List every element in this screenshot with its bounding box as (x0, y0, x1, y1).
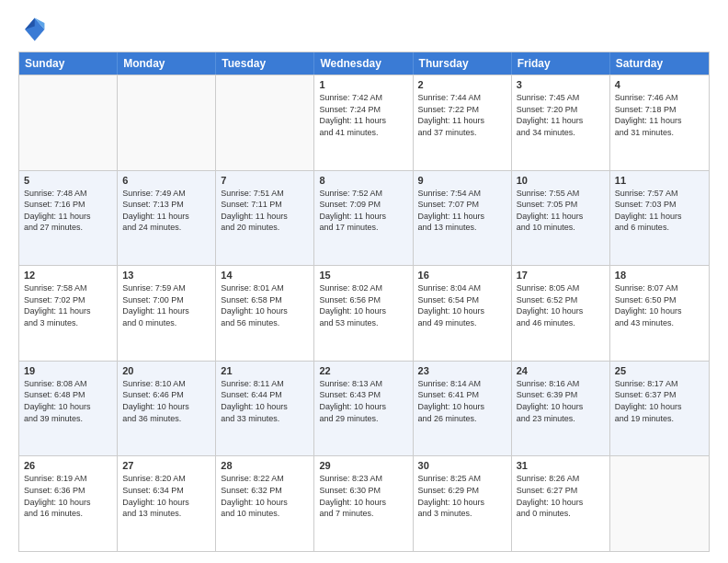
day-number: 11 (615, 175, 704, 186)
cal-cell-8: 8Sunrise: 7:52 AMSunset: 7:09 PMDaylight… (314, 171, 413, 266)
cal-cell-26: 26Sunrise: 8:19 AMSunset: 6:36 PMDayligh… (19, 456, 118, 551)
header-cell-wednesday: Wednesday (314, 52, 413, 75)
cal-cell-31: 31Sunrise: 8:26 AMSunset: 6:27 PMDayligh… (512, 456, 610, 551)
cell-info: Sunrise: 8:10 AMSunset: 6:46 PMDaylight:… (122, 378, 210, 424)
day-number: 31 (517, 460, 605, 471)
cal-cell-4: 4Sunrise: 7:46 AMSunset: 7:18 PMDaylight… (610, 75, 709, 170)
cell-info: Sunrise: 8:07 AMSunset: 6:50 PMDaylight:… (615, 282, 704, 328)
day-number: 29 (319, 460, 407, 471)
cell-info: Sunrise: 8:14 AMSunset: 6:41 PMDaylight:… (418, 378, 506, 424)
day-number: 4 (615, 79, 704, 90)
calendar-row-4: 26Sunrise: 8:19 AMSunset: 6:36 PMDayligh… (19, 455, 709, 551)
cell-info: Sunrise: 8:01 AMSunset: 6:58 PMDaylight:… (221, 282, 309, 328)
cell-info: Sunrise: 7:44 AMSunset: 7:22 PMDaylight:… (418, 92, 506, 138)
header-cell-monday: Monday (118, 52, 216, 75)
cal-cell-23: 23Sunrise: 8:14 AMSunset: 6:41 PMDayligh… (414, 362, 512, 456)
cal-cell-16: 16Sunrise: 8:04 AMSunset: 6:54 PMDayligh… (414, 266, 512, 361)
day-number: 3 (517, 79, 605, 90)
day-number: 8 (319, 175, 407, 186)
cal-cell-11: 11Sunrise: 7:57 AMSunset: 7:03 PMDayligh… (610, 171, 709, 266)
cell-info: Sunrise: 7:55 AMSunset: 7:05 PMDaylight:… (517, 188, 605, 234)
cal-cell-5: 5Sunrise: 7:48 AMSunset: 7:16 PMDaylight… (19, 171, 118, 266)
cell-info: Sunrise: 7:57 AMSunset: 7:03 PMDaylight:… (615, 188, 704, 234)
cell-info: Sunrise: 8:02 AMSunset: 6:56 PMDaylight:… (319, 282, 407, 328)
day-number: 13 (122, 270, 210, 281)
cell-info: Sunrise: 7:54 AMSunset: 7:07 PMDaylight:… (418, 188, 506, 234)
page: SundayMondayTuesdayWednesdayThursdayFrid… (0, 0, 728, 563)
cal-cell-17: 17Sunrise: 8:05 AMSunset: 6:52 PMDayligh… (512, 266, 610, 361)
cal-cell-empty-r4c6 (610, 456, 709, 551)
day-number: 20 (122, 365, 210, 376)
cal-cell-12: 12Sunrise: 7:58 AMSunset: 7:02 PMDayligh… (19, 266, 118, 361)
cell-info: Sunrise: 8:16 AMSunset: 6:39 PMDaylight:… (517, 378, 605, 424)
logo-icon (18, 15, 48, 44)
cell-info: Sunrise: 8:11 AMSunset: 6:44 PMDaylight:… (221, 378, 309, 424)
day-number: 5 (24, 175, 112, 186)
cal-cell-1: 1Sunrise: 7:42 AMSunset: 7:24 PMDaylight… (314, 75, 413, 170)
header-cell-saturday: Saturday (610, 52, 709, 75)
cal-cell-empty-r0c1 (118, 75, 216, 170)
calendar-row-0: 1Sunrise: 7:42 AMSunset: 7:24 PMDaylight… (19, 75, 709, 170)
day-number: 25 (615, 365, 704, 376)
cell-info: Sunrise: 8:19 AMSunset: 6:36 PMDaylight:… (24, 473, 112, 519)
cell-info: Sunrise: 8:20 AMSunset: 6:34 PMDaylight:… (122, 473, 210, 519)
cell-info: Sunrise: 7:45 AMSunset: 7:20 PMDaylight:… (517, 92, 605, 138)
logo (18, 15, 51, 44)
day-number: 27 (122, 460, 210, 471)
calendar-row-2: 12Sunrise: 7:58 AMSunset: 7:02 PMDayligh… (19, 265, 709, 361)
cal-cell-15: 15Sunrise: 8:02 AMSunset: 6:56 PMDayligh… (314, 266, 413, 361)
cal-cell-empty-r0c2 (216, 75, 314, 170)
cell-info: Sunrise: 8:26 AMSunset: 6:27 PMDaylight:… (517, 473, 605, 519)
cell-info: Sunrise: 8:05 AMSunset: 6:52 PMDaylight:… (517, 282, 605, 328)
cell-info: Sunrise: 7:59 AMSunset: 7:00 PMDaylight:… (122, 282, 210, 328)
day-number: 26 (24, 460, 112, 471)
cell-info: Sunrise: 7:58 AMSunset: 7:02 PMDaylight:… (24, 282, 112, 328)
cal-cell-25: 25Sunrise: 8:17 AMSunset: 6:37 PMDayligh… (610, 362, 709, 456)
cal-cell-2: 2Sunrise: 7:44 AMSunset: 7:22 PMDaylight… (414, 75, 512, 170)
header (18, 15, 710, 44)
header-cell-thursday: Thursday (414, 52, 512, 75)
calendar: SundayMondayTuesdayWednesdayThursdayFrid… (18, 52, 710, 552)
day-number: 22 (319, 365, 407, 376)
day-number: 10 (517, 175, 605, 186)
cal-cell-14: 14Sunrise: 8:01 AMSunset: 6:58 PMDayligh… (216, 266, 314, 361)
cell-info: Sunrise: 7:49 AMSunset: 7:13 PMDaylight:… (122, 188, 210, 234)
cal-cell-empty-r0c0 (19, 75, 118, 170)
cal-cell-6: 6Sunrise: 7:49 AMSunset: 7:13 PMDaylight… (118, 171, 216, 266)
cell-info: Sunrise: 7:48 AMSunset: 7:16 PMDaylight:… (24, 188, 112, 234)
day-number: 15 (319, 270, 407, 281)
cell-info: Sunrise: 7:42 AMSunset: 7:24 PMDaylight:… (319, 92, 407, 138)
cell-info: Sunrise: 7:51 AMSunset: 7:11 PMDaylight:… (221, 188, 309, 234)
day-number: 28 (221, 460, 309, 471)
cell-info: Sunrise: 8:04 AMSunset: 6:54 PMDaylight:… (418, 282, 506, 328)
day-number: 19 (24, 365, 112, 376)
day-number: 2 (418, 79, 506, 90)
cell-info: Sunrise: 8:08 AMSunset: 6:48 PMDaylight:… (24, 378, 112, 424)
cal-cell-19: 19Sunrise: 8:08 AMSunset: 6:48 PMDayligh… (19, 362, 118, 456)
day-number: 6 (122, 175, 210, 186)
calendar-row-3: 19Sunrise: 8:08 AMSunset: 6:48 PMDayligh… (19, 361, 709, 456)
cell-info: Sunrise: 8:13 AMSunset: 6:43 PMDaylight:… (319, 378, 407, 424)
day-number: 16 (418, 270, 506, 281)
day-number: 24 (517, 365, 605, 376)
cal-cell-22: 22Sunrise: 8:13 AMSunset: 6:43 PMDayligh… (314, 362, 413, 456)
header-cell-friday: Friday (512, 52, 610, 75)
day-number: 23 (418, 365, 506, 376)
calendar-body: 1Sunrise: 7:42 AMSunset: 7:24 PMDaylight… (19, 75, 709, 551)
cal-cell-29: 29Sunrise: 8:23 AMSunset: 6:30 PMDayligh… (314, 456, 413, 551)
cal-cell-27: 27Sunrise: 8:20 AMSunset: 6:34 PMDayligh… (118, 456, 216, 551)
cell-info: Sunrise: 8:22 AMSunset: 6:32 PMDaylight:… (221, 473, 309, 519)
cal-cell-21: 21Sunrise: 8:11 AMSunset: 6:44 PMDayligh… (216, 362, 314, 456)
cal-cell-3: 3Sunrise: 7:45 AMSunset: 7:20 PMDaylight… (512, 75, 610, 170)
header-cell-tuesday: Tuesday (216, 52, 314, 75)
cal-cell-10: 10Sunrise: 7:55 AMSunset: 7:05 PMDayligh… (512, 171, 610, 266)
day-number: 17 (517, 270, 605, 281)
cal-cell-9: 9Sunrise: 7:54 AMSunset: 7:07 PMDaylight… (414, 171, 512, 266)
day-number: 12 (24, 270, 112, 281)
day-number: 9 (418, 175, 506, 186)
header-cell-sunday: Sunday (19, 52, 118, 75)
cal-cell-20: 20Sunrise: 8:10 AMSunset: 6:46 PMDayligh… (118, 362, 216, 456)
cell-info: Sunrise: 7:46 AMSunset: 7:18 PMDaylight:… (615, 92, 704, 138)
cell-info: Sunrise: 8:25 AMSunset: 6:29 PMDaylight:… (418, 473, 506, 519)
cal-cell-18: 18Sunrise: 8:07 AMSunset: 6:50 PMDayligh… (610, 266, 709, 361)
